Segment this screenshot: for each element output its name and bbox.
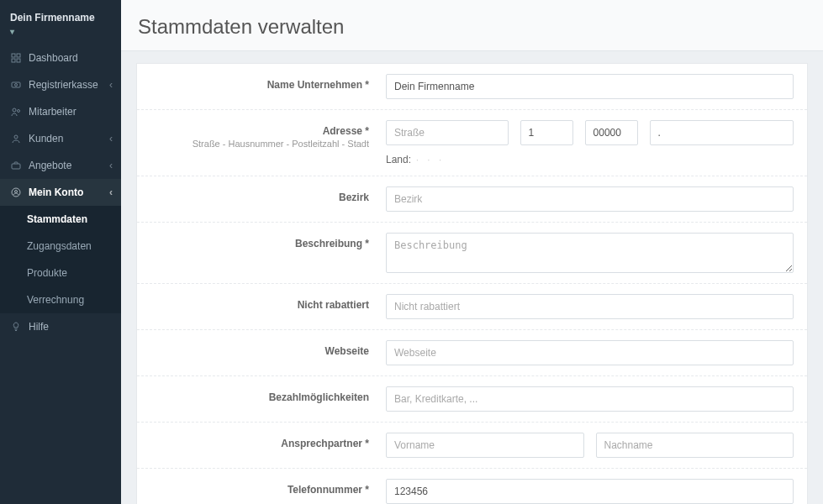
user-icon <box>10 133 22 144</box>
sidebar-item-help[interactable]: Hilfe <box>0 313 121 340</box>
label-rabatt: Nicht rabattiert <box>137 294 372 319</box>
main-content: Stammdaten verwalten Name Unternehmen * … <box>121 0 823 504</box>
sidebar: Dein Firmenname ▾ Dashboard Registrierka… <box>0 0 121 504</box>
sidebar-sub-stammdaten[interactable]: Stammdaten <box>0 206 121 233</box>
svg-rect-0 <box>12 54 15 57</box>
website-input[interactable] <box>386 340 794 365</box>
bezirk-input[interactable] <box>386 186 794 212</box>
sidebar-sub-produkte[interactable]: Produkte <box>0 260 121 286</box>
label-description: Beschreibung * <box>137 233 372 273</box>
svg-rect-1 <box>17 54 20 57</box>
cash-icon <box>10 79 22 91</box>
label-address: Adresse * Straße - Hausnummer - Postleit… <box>137 120 372 165</box>
label-phone: Telefonnummer * <box>137 479 372 504</box>
land-row: Land: · · · <box>386 154 445 165</box>
company-header[interactable]: Dein Firmenname ▾ <box>0 0 121 45</box>
sidebar-sub-zugang[interactable]: Zugangsdaten <box>0 233 121 260</box>
svg-rect-9 <box>12 164 20 169</box>
sidebar-item-employees[interactable]: Mitarbeiter <box>0 98 121 125</box>
label-companyname: Name Unternehmen * <box>137 74 372 99</box>
svg-point-8 <box>14 135 18 139</box>
form-panel: Name Unternehmen * Adresse * Straße - Ha… <box>136 63 808 504</box>
sidebar-item-register[interactable]: Registrierkasse ‹ <box>0 71 121 98</box>
svg-point-6 <box>13 108 16 112</box>
svg-point-7 <box>18 110 20 113</box>
chevron-down-icon: ‹ <box>109 186 113 198</box>
phone-input[interactable] <box>386 479 794 504</box>
grid-icon <box>10 52 22 64</box>
dots-icon: · · · <box>416 155 445 165</box>
company-caret: ▾ <box>10 27 111 36</box>
label-website: Webseite <box>137 340 372 365</box>
svg-point-11 <box>15 191 18 193</box>
page-title: Stammdaten verwalten <box>121 0 823 51</box>
people-icon <box>10 106 22 118</box>
zip-input[interactable] <box>585 120 638 145</box>
svg-point-5 <box>15 84 18 87</box>
briefcase-icon <box>10 160 22 171</box>
street-input[interactable] <box>386 120 509 145</box>
sidebar-sub-verrechnung[interactable]: Verrechnung <box>0 286 121 313</box>
firstname-input[interactable] <box>386 433 584 458</box>
svg-rect-3 <box>17 59 20 62</box>
svg-rect-2 <box>12 59 15 62</box>
company-name: Dein Firmenname <box>10 12 111 24</box>
account-icon <box>10 186 22 198</box>
sidebar-item-dashboard[interactable]: Dashboard <box>0 45 121 71</box>
housenumber-input[interactable] <box>520 120 573 145</box>
sidebar-item-account[interactable]: Mein Konto ‹ <box>0 179 121 206</box>
payment-input[interactable] <box>386 386 794 412</box>
chevron-left-icon: ‹ <box>109 79 113 91</box>
chevron-left-icon: ‹ <box>109 160 113 171</box>
company-name-input[interactable] <box>386 74 794 99</box>
city-input[interactable] <box>650 120 794 145</box>
label-bezirk: Bezirk <box>137 186 372 212</box>
lastname-input[interactable] <box>596 433 794 458</box>
svg-rect-4 <box>12 82 20 87</box>
rabatt-input[interactable] <box>386 294 794 319</box>
label-payment: Bezahlmöglichkeiten <box>137 386 372 412</box>
sidebar-item-offers[interactable]: Angebote ‹ <box>0 152 121 179</box>
lightbulb-icon <box>10 321 22 333</box>
chevron-left-icon: ‹ <box>109 133 113 144</box>
description-input[interactable] <box>386 233 794 273</box>
sidebar-item-customers[interactable]: Kunden ‹ <box>0 125 121 152</box>
label-contact: Ansprechpartner * <box>137 433 372 458</box>
